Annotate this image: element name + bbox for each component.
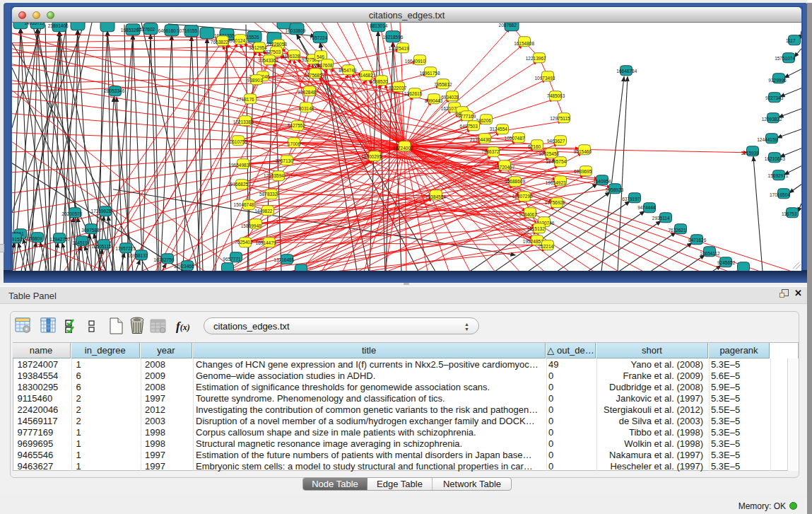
svg-text:20200578: 20200578 [61,211,82,216]
svg-text:17016504: 17016504 [770,192,790,197]
svg-text:28053346: 28053346 [104,88,124,93]
svg-text:12975115: 12975115 [550,115,570,120]
svg-text:8186328: 8186328 [282,53,300,58]
svg-text:10688609: 10688609 [505,179,525,184]
svg-text:8322037: 8322037 [389,85,407,90]
svg-text:13716485: 13716485 [273,257,294,262]
svg-text:1362615: 1362615 [404,91,423,96]
svg-text:9515460: 9515460 [574,148,592,153]
svg-text:15692971: 15692971 [768,173,789,178]
svg-text:16640910: 16640910 [405,58,425,63]
svg-text:7625402: 7625402 [235,240,253,245]
svg-text:3124554: 3124554 [490,127,508,132]
svg-text:15751074: 15751074 [775,55,795,60]
svg-text:2718176: 2718176 [236,97,254,102]
svg-text:9084067: 9084067 [519,211,538,216]
svg-text:16958137: 16958137 [128,252,148,257]
svg-text:10025458: 10025458 [539,151,559,156]
svg-text:6934028: 6934028 [441,94,459,99]
svg-text:1610755: 1610755 [230,139,248,144]
svg-text:12353594: 12353594 [264,173,284,178]
svg-text:15046748: 15046748 [234,202,254,207]
svg-text:938901: 938901 [247,77,263,82]
svg-text:546: 546 [317,54,324,59]
svg-text:15809948: 15809948 [241,223,261,228]
svg-text:8471626: 8471626 [688,238,707,243]
svg-text:16914479: 16914479 [256,240,276,245]
svg-text:19756928: 19756928 [545,200,565,205]
svg-text:7857224: 7857224 [310,35,328,40]
svg-text:3960124: 3960124 [228,37,246,42]
svg-text:114519: 114519 [73,240,88,245]
svg-text:39153: 39153 [12,237,23,242]
svg-text:9327503: 9327503 [263,49,281,54]
svg-text:10719155: 10719155 [177,28,197,33]
svg-text:16648784: 16648784 [616,69,637,74]
svg-text:62160: 62160 [528,144,541,148]
svg-text:9242848: 9242848 [298,89,316,94]
svg-text:10654112: 10654112 [700,250,720,255]
svg-text:14055712: 14055712 [24,23,45,25]
svg-text:12444159: 12444159 [757,136,777,141]
svg-text:18300295: 18300295 [361,153,382,158]
svg-text:10543362: 10543362 [258,58,278,63]
svg-text:16961758: 16961758 [420,70,440,75]
svg-text:3875685: 3875685 [305,72,323,77]
svg-text:9463627: 9463627 [547,139,565,144]
svg-text:7663822: 7663822 [211,40,229,45]
svg-text:12923466: 12923466 [174,264,194,269]
svg-text:53226058: 53226058 [266,42,287,47]
svg-text:13325419: 13325419 [389,46,409,51]
svg-text:1449822: 1449822 [254,209,273,214]
svg-text:10507487: 10507487 [505,135,525,140]
svg-text:8427552: 8427552 [288,123,306,128]
svg-text:7986372: 7986372 [481,149,500,154]
svg-text:12942757: 12942757 [49,236,70,241]
svg-text:23891406: 23891406 [48,23,69,28]
svg-text:7632621: 7632621 [668,228,686,233]
svg-text:18807293: 18807293 [512,194,533,199]
svg-text:17359928: 17359928 [91,208,112,213]
svg-text:7485063: 7485063 [547,93,565,98]
svg-text:19654983: 19654983 [228,162,249,167]
svg-text:1117: 1117 [786,37,796,42]
svg-text:19384554: 19384554 [425,194,446,199]
svg-text:9146821: 9146821 [358,73,376,78]
svg-text:16154808: 16154808 [514,40,534,45]
svg-text:2087682: 2087682 [499,23,517,28]
svg-text:6379197: 6379197 [622,196,640,201]
svg-text:12505115: 12505115 [91,243,112,248]
svg-text:9474444: 9474444 [637,205,656,210]
svg-text:12213967: 12213967 [526,56,546,61]
svg-text:19654923: 19654923 [546,180,566,185]
svg-text:15720407: 15720407 [494,164,514,169]
svg-text:1640954: 1640954 [593,179,611,184]
svg-text:10973493: 10973493 [534,75,555,80]
svg-text:6497503: 6497503 [460,124,478,129]
svg-text:2935114: 2935114 [652,215,670,220]
svg-text:19218596: 19218596 [382,34,403,39]
svg-text:1156809: 1156809 [25,236,42,241]
svg-text:30975887: 30975887 [81,227,102,232]
svg-text:8990443: 8990443 [425,98,443,103]
svg-text:803144: 803144 [299,106,314,111]
svg-text:19524851: 19524851 [523,239,543,244]
svg-text:5878332: 5878332 [259,192,278,197]
svg-text:5958923: 5958923 [606,187,624,192]
svg-text:2867608: 2867608 [314,62,333,67]
svg-text:17006: 17006 [288,141,300,146]
svg-text:6839695: 6839695 [574,168,592,173]
svg-text:17957225: 17957225 [115,245,136,250]
svg-text:7955812: 7955812 [434,81,452,86]
svg-text:116753: 116753 [782,211,797,216]
svg-text:8454749: 8454749 [339,67,357,72]
svg-text:16210643: 16210643 [765,156,785,161]
svg-text:6466160: 6466160 [158,28,177,33]
svg-text:8813014: 8813014 [370,23,388,28]
svg-text:9245652: 9245652 [717,260,736,265]
svg-text:1527602: 1527602 [137,27,155,32]
svg-text:21364436: 21364436 [470,137,490,142]
svg-text:16782759: 16782759 [153,257,174,262]
svg-text:12213383: 12213383 [233,119,254,124]
svg-text:16033809: 16033809 [286,28,306,33]
